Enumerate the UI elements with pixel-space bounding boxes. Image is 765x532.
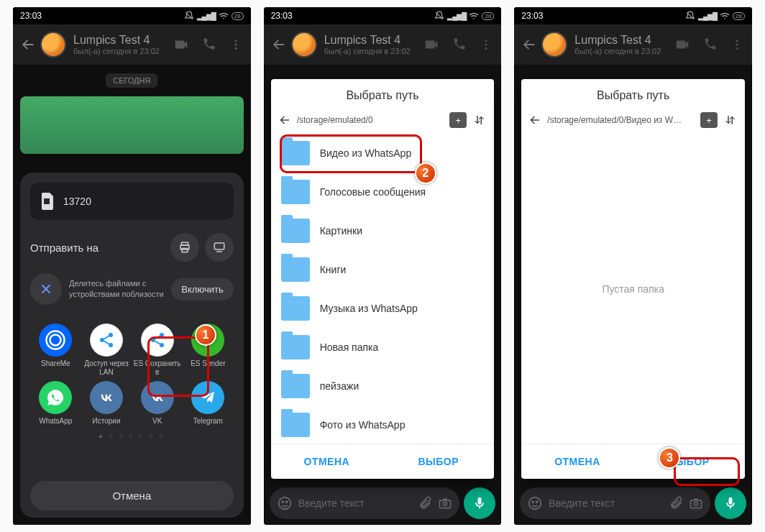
svg-rect-29 [691,500,702,508]
svg-point-30 [695,502,698,505]
status-bar: 23:03 ▂▄▆█ 28 [13,7,251,24]
svg-point-10 [100,338,104,342]
svg-point-18 [278,497,290,510]
folder-name: Музыка из WhatsApp [320,303,418,314]
share-app-5[interactable]: Истории [81,381,132,426]
back-icon[interactable] [518,34,540,55]
more-icon[interactable] [730,37,743,52]
folder-name: пейзажи [320,380,359,392]
sort-button[interactable] [472,114,487,127]
folder-icon [281,141,310,165]
file-picker-dialog: Выбрать путь /storage/emulated/0 + Видео… [271,79,495,479]
chat-name[interactable]: Lumpics Test 4 [574,34,674,47]
share-file: 13720 [30,183,234,220]
picker-cancel-button[interactable]: ОТМЕНА [271,444,382,479]
emoji-icon[interactable] [527,495,543,511]
svg-rect-21 [440,500,451,508]
chat-name[interactable]: Lumpics Test 4 [73,34,173,47]
attach-icon[interactable] [418,496,432,510]
input-placeholder: Введите текст [549,497,663,509]
voice-call-icon[interactable] [703,37,718,52]
new-folder-button[interactable]: + [449,112,467,128]
status-bar: 23:03 ▂▄▆█ 28 [514,7,752,24]
back-icon[interactable] [17,34,39,55]
avatar[interactable] [541,32,567,58]
avatar[interactable] [40,32,66,58]
nearby-share-icon [30,273,62,305]
voice-call-icon[interactable] [452,37,467,52]
svg-point-0 [234,40,237,42]
folder-icon [281,257,310,282]
folder-row[interactable]: Книги [271,250,495,289]
share-app-0[interactable]: ShareMe [30,324,81,377]
svg-point-16 [485,44,487,46]
video-call-icon[interactable] [423,37,439,52]
wifi-icon [219,12,229,20]
mute-icon [685,11,695,21]
folder-row[interactable]: Видео из WhatsApp [271,134,495,173]
message-input[interactable]: Введите текст [270,487,460,519]
folder-row[interactable]: Голосовые сообщения [271,173,495,211]
chat-header: Lumpics Test 4 был(-а) сегодня в 23:02 [264,24,502,65]
back-icon[interactable] [268,34,290,55]
video-call-icon[interactable] [173,37,189,52]
picker-cancel-button[interactable]: ОТМЕНА [521,444,633,479]
share-app-2[interactable]: ES Сохранить в [132,324,183,377]
picker-select-button[interactable]: ВЫБОР [633,444,745,479]
sort-button[interactable] [723,114,738,127]
folder-row[interactable]: Картинки [271,211,495,250]
folder-name: Новая папка [320,341,379,353]
send-to-label: Отправить на [30,242,165,254]
print-button[interactable] [170,233,199,262]
picker-select-button[interactable]: ВЫБОР [382,444,494,479]
folder-name: Видео из WhatsApp [320,147,412,159]
folder-row[interactable]: Музыка из WhatsApp [271,289,495,328]
input-bar: Введите текст [520,487,746,519]
more-icon[interactable] [229,37,242,52]
message-input[interactable]: Введите текст [520,487,710,519]
share-cancel-button[interactable]: Отмена [30,481,234,510]
nearby-enable-button[interactable]: Включить [171,278,233,301]
voice-call-icon[interactable] [202,37,216,52]
share-app-1[interactable]: Доступ через LAN [81,324,132,377]
phone-empty-folder: 23:03 ▂▄▆█ 28 Lumpics Test 4 был(-а) сег… [514,7,752,525]
attach-icon[interactable] [669,496,683,510]
input-bar: Введите текст [270,487,496,519]
signal-icon: ▂▄▆█ [447,12,466,20]
path-back-icon[interactable] [278,114,291,127]
share-app-3[interactable]: ES Sender [183,324,234,377]
status-time: 23:03 [521,11,543,21]
chat-header: Lumpics Test 4 был(-а) сегодня в 23:02 [13,24,251,65]
svg-point-23 [736,40,738,42]
svg-point-27 [533,501,534,503]
mic-button[interactable] [715,487,746,519]
svg-point-11 [109,343,113,347]
svg-rect-3 [44,198,50,204]
folder-row[interactable]: Новая папка [271,328,495,367]
video-call-icon[interactable] [674,37,690,52]
cast-button[interactable] [205,233,234,262]
svg-point-22 [444,502,447,505]
new-folder-button[interactable]: + [700,112,718,128]
mic-button[interactable] [464,487,495,519]
folder-name: Голосовые сообщения [320,186,426,198]
avatar[interactable] [291,32,317,58]
folder-row[interactable]: пейзажи [271,367,495,405]
share-app-4[interactable]: WhatsApp [30,381,81,426]
chat-header: Lumpics Test 4 был(-а) сегодня в 23:02 [514,24,752,65]
more-icon[interactable] [480,37,493,52]
svg-point-13 [151,338,155,342]
wifi-icon [720,12,730,20]
battery-indicator: 28 [482,12,494,20]
share-app-7[interactable]: Telegram [183,381,234,426]
emoji-icon[interactable] [277,495,293,511]
folder-row[interactable]: Фото из WhatsApp [271,405,495,444]
nearby-text: Делитесь файлами с устройствами поблизос… [69,278,164,300]
chat-name[interactable]: Lumpics Test 4 [324,34,424,47]
camera-icon[interactable] [438,496,452,510]
camera-icon[interactable] [689,496,703,510]
share-app-6[interactable]: VK [132,381,183,426]
path-back-icon[interactable] [528,114,541,127]
image-message[interactable] [20,96,244,154]
file-picker-dialog: Выбрать путь /storage/emulated/0/Видео и… [521,79,745,479]
